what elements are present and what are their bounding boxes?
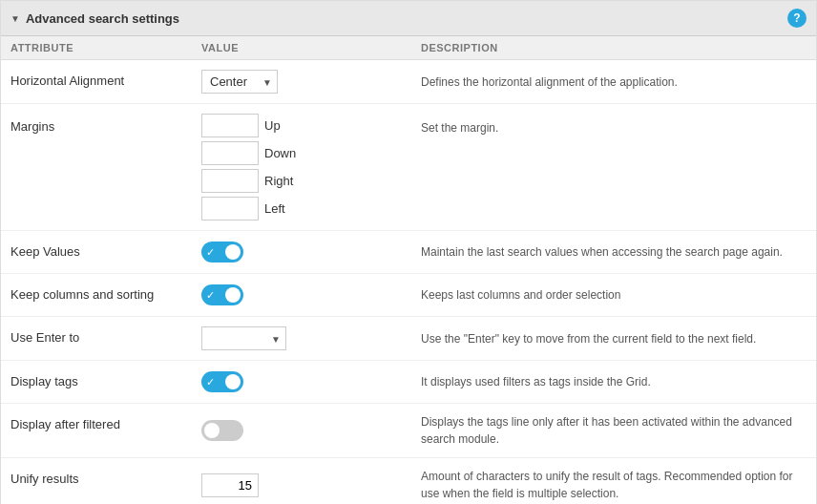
margin-down-label: Down bbox=[264, 146, 298, 160]
attr-horizontal-alignment: Horizontal Alignment bbox=[10, 70, 201, 88]
row-unify-results: Unify results Amount of characters to un… bbox=[1, 458, 816, 504]
col-description: DESCRIPTION bbox=[421, 42, 807, 53]
attr-keep-values: Keep Values bbox=[10, 241, 201, 259]
attr-display-after-filtered: Display after filtered bbox=[10, 413, 201, 431]
panel-header: ▼ Advanced search settings ? bbox=[1, 1, 816, 36]
desc-keep-values: Maintain the last search values when acc… bbox=[421, 243, 807, 261]
use-enter-select-wrap: Next field Submit ▼ bbox=[201, 326, 286, 350]
row-margins: Margins Up Down Right Left bbox=[1, 104, 816, 231]
margin-row-right: Right bbox=[201, 169, 411, 193]
attr-use-enter-to: Use Enter to bbox=[10, 326, 201, 345]
margin-row-left: Left bbox=[201, 197, 411, 220]
value-margins: Up Down Right Left bbox=[201, 114, 421, 220]
row-use-enter-to: Use Enter to Next field Submit ▼ Use the… bbox=[1, 317, 816, 361]
margin-right-label: Right bbox=[264, 174, 298, 188]
use-enter-select[interactable]: Next field Submit bbox=[201, 326, 286, 350]
table-header: ATTRIBUTE VALUE DESCRIPTION bbox=[1, 36, 816, 60]
margin-row-up: Up bbox=[201, 114, 411, 137]
value-horizontal-alignment: Center Left Right ▼ bbox=[201, 70, 421, 94]
margin-left-label: Left bbox=[264, 201, 298, 216]
keep-columns-slider bbox=[201, 284, 243, 305]
display-tags-toggle[interactable]: ✓ bbox=[201, 371, 243, 392]
display-after-filtered-slider bbox=[201, 420, 243, 441]
margin-up-input[interactable] bbox=[201, 114, 259, 137]
desc-use-enter-to: Use the "Enter" key to move from the cur… bbox=[421, 330, 807, 347]
desc-display-after-filtered: Displays the tags line only after it has… bbox=[421, 413, 807, 448]
margin-down-input[interactable] bbox=[201, 141, 259, 165]
row-keep-columns-sorting: Keep columns and sorting ✓ Keeps last co… bbox=[1, 274, 816, 317]
keep-values-slider bbox=[201, 242, 243, 262]
value-display-tags: ✓ bbox=[201, 371, 421, 392]
panel-title-text: Advanced search settings bbox=[26, 11, 179, 26]
value-keep-values: ✓ bbox=[201, 242, 421, 262]
value-use-enter-to: Next field Submit ▼ bbox=[201, 326, 421, 350]
collapse-icon[interactable]: ▼ bbox=[10, 13, 20, 24]
panel-title: ▼ Advanced search settings bbox=[10, 11, 179, 26]
help-button[interactable]: ? bbox=[787, 9, 807, 28]
row-keep-values: Keep Values ✓ Maintain the last search v… bbox=[1, 231, 816, 274]
keep-values-toggle[interactable]: ✓ bbox=[201, 242, 243, 262]
col-value: VALUE bbox=[201, 42, 421, 53]
horizontal-alignment-select-wrap: Center Left Right ▼ bbox=[201, 70, 278, 94]
desc-unify-results: Amount of characters to unify the result… bbox=[421, 468, 807, 502]
value-keep-columns-sorting: ✓ bbox=[201, 284, 421, 305]
margins-grid: Up Down Right Left bbox=[201, 114, 411, 220]
horizontal-alignment-select[interactable]: Center Left Right bbox=[201, 70, 278, 94]
margin-up-label: Up bbox=[264, 118, 298, 133]
display-after-filtered-toggle[interactable] bbox=[201, 420, 243, 441]
value-unify-results bbox=[201, 473, 421, 497]
display-tags-slider bbox=[201, 371, 243, 392]
attr-display-tags: Display tags bbox=[10, 370, 201, 388]
unify-results-input[interactable] bbox=[201, 473, 259, 497]
desc-display-tags: It displays used filters as tags inside … bbox=[421, 373, 807, 390]
margin-left-input[interactable] bbox=[201, 197, 259, 220]
attr-unify-results: Unify results bbox=[10, 468, 201, 486]
desc-horizontal-alignment: Defines the horizontal alignment of the … bbox=[421, 74, 807, 91]
advanced-search-settings-panel: ▼ Advanced search settings ? ATTRIBUTE V… bbox=[0, 0, 817, 504]
row-display-tags: Display tags ✓ It displays used filters … bbox=[1, 361, 816, 404]
margin-row-down: Down bbox=[201, 141, 411, 165]
attr-keep-columns-sorting: Keep columns and sorting bbox=[10, 284, 201, 302]
desc-margins: Set the margin. bbox=[421, 114, 807, 136]
attr-margins: Margins bbox=[10, 114, 201, 134]
col-attribute: ATTRIBUTE bbox=[10, 42, 201, 53]
row-horizontal-alignment: Horizontal Alignment Center Left Right ▼… bbox=[1, 60, 816, 104]
row-display-after-filtered: Display after filtered Displays the tags… bbox=[1, 404, 816, 458]
value-display-after-filtered bbox=[201, 420, 421, 441]
margin-right-input[interactable] bbox=[201, 169, 259, 193]
desc-keep-columns-sorting: Keeps last columns and order selection bbox=[421, 286, 807, 304]
keep-columns-toggle[interactable]: ✓ bbox=[201, 284, 243, 305]
